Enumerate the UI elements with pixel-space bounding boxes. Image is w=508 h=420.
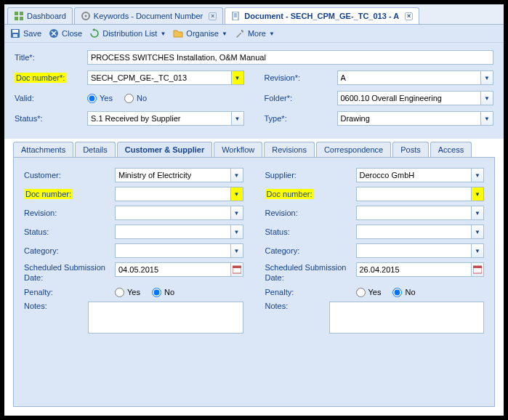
supp-category-label: Category: <box>265 246 356 255</box>
type-label: Type*: <box>265 114 337 123</box>
cust-category-input[interactable] <box>115 243 230 258</box>
close-icon[interactable]: × <box>405 12 413 20</box>
save-button[interactable]: Save <box>10 28 41 39</box>
cust-docnum-dropdown-button[interactable]: ▼ <box>230 187 243 201</box>
supp-penalty-no-radio[interactable]: No <box>392 288 415 297</box>
cust-status-dropdown-button[interactable]: ▼ <box>230 225 243 239</box>
svg-rect-0 <box>15 12 18 15</box>
svg-point-5 <box>84 15 86 17</box>
svg-rect-2 <box>15 17 18 20</box>
cust-penalty-yes-radio[interactable]: Yes <box>115 288 140 297</box>
type-input[interactable] <box>337 111 481 126</box>
tab-access[interactable]: Access <box>430 142 472 157</box>
tab-label: Document - SECH_CPM_GE-_TC_013 - A <box>244 12 399 20</box>
tab-details[interactable]: Details <box>75 142 116 157</box>
status-dropdown-button[interactable]: ▼ <box>231 111 244 126</box>
cust-revision-dropdown-button[interactable]: ▼ <box>230 206 243 220</box>
supplier-dropdown-button[interactable]: ▼ <box>471 168 484 182</box>
supp-category-dropdown-button[interactable]: ▼ <box>471 243 484 258</box>
title-input[interactable] <box>87 50 493 65</box>
button-label: Distribution List <box>102 29 157 38</box>
revision-input[interactable] <box>337 70 481 85</box>
disk-icon <box>10 28 20 39</box>
docnum-dropdown-button[interactable]: ▼ <box>231 70 244 85</box>
supp-status-label: Status: <box>265 227 356 236</box>
calendar-icon[interactable] <box>230 262 243 277</box>
supp-status-dropdown-button[interactable]: ▼ <box>471 225 484 239</box>
title-label: Title*: <box>15 53 87 62</box>
cust-penalty-no-radio[interactable]: No <box>152 288 174 297</box>
revision-label: Revision*: <box>265 73 337 82</box>
supp-revision-input[interactable] <box>356 206 472 220</box>
tab-keywords[interactable]: Keywords - Document Number × <box>74 7 223 24</box>
supp-sched-label: Scheduled Submission Date: <box>265 262 356 283</box>
valid-no-radio[interactable]: No <box>124 94 147 103</box>
folder-icon <box>173 28 183 39</box>
supp-penalty-label: Penalty: <box>265 288 356 296</box>
tab-attachments[interactable]: Attachments <box>13 142 73 157</box>
customer-supplier-panel: Customer: ▼ Doc number: ▼ Revision: ▼ St… <box>13 157 495 407</box>
tab-customer-supplier[interactable]: Customer & Supplier <box>117 142 212 157</box>
inner-tabbar: Attachments Details Customer & Supplier … <box>13 142 495 157</box>
supp-status-input[interactable] <box>356 225 472 239</box>
status-input[interactable] <box>87 111 231 126</box>
calendar-icon[interactable] <box>471 262 484 277</box>
close-button[interactable]: Close <box>49 28 82 39</box>
chevron-down-icon: ▼ <box>222 31 227 37</box>
supplier-column: Supplier: ▼ Doc number: ▼ Revision: ▼ St… <box>265 168 485 338</box>
cust-category-dropdown-button[interactable]: ▼ <box>230 243 243 258</box>
supp-notes-input[interactable] <box>329 302 484 334</box>
docnum-input[interactable] <box>87 70 231 85</box>
cust-sched-label: Scheduled Submission Date: <box>24 262 115 283</box>
supplier-label: Supplier: <box>265 171 356 179</box>
form-area: Title*: Doc number*: ▼ Revision*: ▼ <box>4 43 504 139</box>
tab-label: Dashboard <box>27 12 66 20</box>
gear-icon <box>81 11 91 21</box>
chevron-down-icon: ▼ <box>269 31 275 37</box>
supp-sched-input[interactable] <box>356 262 472 277</box>
chevron-down-icon: ▼ <box>160 31 166 37</box>
button-label: Organise <box>186 29 219 38</box>
cust-revision-input[interactable] <box>115 206 230 220</box>
svg-rect-3 <box>20 17 23 20</box>
refresh-icon <box>89 28 100 39</box>
tab-workflow[interactable]: Workflow <box>214 142 262 157</box>
close-circle-icon <box>49 28 59 39</box>
close-icon[interactable]: × <box>209 12 217 20</box>
svg-rect-6 <box>233 12 238 20</box>
valid-yes-radio[interactable]: Yes <box>87 94 113 103</box>
tab-revisions[interactable]: Revisions <box>264 142 315 157</box>
supp-docnum-input[interactable] <box>356 187 472 201</box>
svg-rect-20 <box>473 266 482 268</box>
supp-penalty-yes-radio[interactable]: Yes <box>356 288 382 297</box>
tab-dashboard[interactable]: Dashboard <box>7 7 73 24</box>
type-dropdown-button[interactable]: ▼ <box>480 111 493 126</box>
svg-rect-12 <box>13 34 17 37</box>
distribution-list-button[interactable]: Distribution List ▼ <box>89 28 166 39</box>
cust-status-label: Status: <box>24 227 115 236</box>
more-button[interactable]: More ▼ <box>235 28 275 39</box>
folder-dropdown-button[interactable]: ▼ <box>480 91 493 105</box>
supp-revision-dropdown-button[interactable]: ▼ <box>471 206 484 220</box>
tab-correspondence[interactable]: Correspondence <box>316 142 391 157</box>
supp-docnum-dropdown-button[interactable]: ▼ <box>471 187 484 201</box>
cust-notes-label: Notes: <box>24 302 88 310</box>
revision-dropdown-button[interactable]: ▼ <box>480 70 493 85</box>
customer-dropdown-button[interactable]: ▼ <box>230 168 243 182</box>
tab-posts[interactable]: Posts <box>392 142 429 157</box>
supplier-input[interactable] <box>356 168 472 182</box>
cust-category-label: Category: <box>24 246 115 255</box>
button-label: More <box>248 29 266 38</box>
supp-category-input[interactable] <box>356 243 472 258</box>
svg-rect-18 <box>233 266 241 268</box>
cust-docnum-input[interactable] <box>115 187 230 201</box>
tab-label: Keywords - Document Number <box>94 12 203 20</box>
cust-sched-input[interactable] <box>115 262 230 277</box>
tab-document[interactable]: Document - SECH_CPM_GE-_TC_013 - A × <box>225 7 419 24</box>
organise-button[interactable]: Organise ▼ <box>173 28 227 39</box>
cust-status-input[interactable] <box>115 225 230 239</box>
cust-notes-input[interactable] <box>88 302 243 334</box>
folder-input[interactable] <box>337 91 481 105</box>
svg-rect-1 <box>20 12 23 15</box>
customer-input[interactable] <box>115 168 230 182</box>
